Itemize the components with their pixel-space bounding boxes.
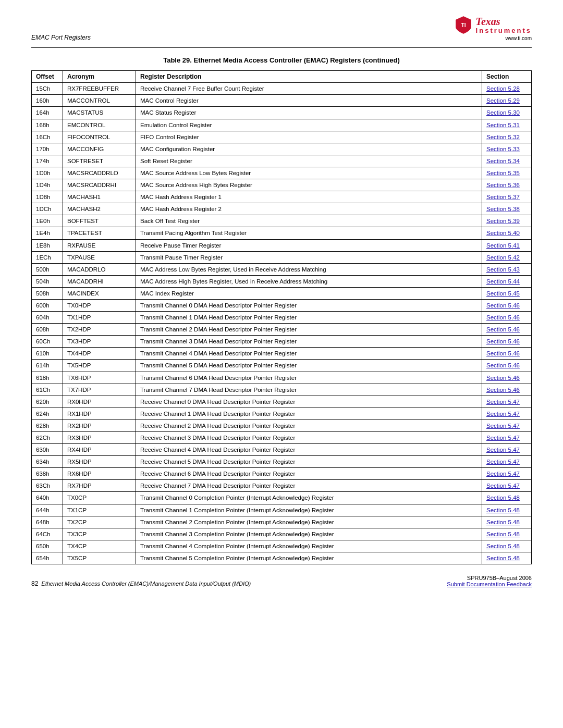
section-link[interactable]: Section 5.47 [486,423,520,429]
section-link[interactable]: Section 5.44 [486,278,520,285]
section-link[interactable]: Section 5.48 [486,495,520,501]
cell-section[interactable]: Section 5.41 [482,239,532,251]
cell-section[interactable]: Section 5.34 [482,155,532,167]
table-row: 168hEMCONTROLEmulation Control RegisterS… [32,119,532,131]
section-link[interactable]: Section 5.48 [486,519,520,525]
cell-section[interactable]: Section 5.46 [482,372,532,384]
cell-section[interactable]: Section 5.30 [482,107,532,119]
table-row: 62ChRX3HDPReceive Channel 3 DMA Head Des… [32,432,532,444]
section-link[interactable]: Section 5.47 [486,483,520,489]
cell-section[interactable]: Section 5.43 [482,263,532,275]
section-link[interactable]: Section 5.41 [486,242,520,249]
cell-description: Transmit Channel 1 DMA Head Descriptor P… [136,312,482,324]
cell-section[interactable]: Section 5.35 [482,167,532,179]
cell-offset: 170h [32,143,63,155]
cell-section[interactable]: Section 5.46 [482,324,532,336]
cell-section[interactable]: Section 5.32 [482,131,532,143]
section-link[interactable]: Section 5.36 [486,182,520,188]
cell-section[interactable]: Section 5.39 [482,215,532,227]
cell-section[interactable]: Section 5.47 [482,456,532,468]
section-link[interactable]: Section 5.37 [486,194,520,200]
section-link[interactable]: Section 5.39 [486,218,520,224]
cell-section[interactable]: Section 5.48 [482,492,532,504]
section-link[interactable]: Section 5.40 [486,230,520,236]
cell-offset: 1E4h [32,227,63,239]
cell-section[interactable]: Section 5.48 [482,528,532,540]
section-link[interactable]: Section 5.48 [486,543,520,549]
cell-section[interactable]: Section 5.47 [482,432,532,444]
section-link[interactable]: Section 5.35 [486,170,520,176]
cell-section[interactable]: Section 5.47 [482,468,532,480]
cell-description: MAC Hash Address Register 1 [136,191,482,203]
section-link[interactable]: Section 5.46 [486,314,520,320]
cell-section[interactable]: Section 5.48 [482,516,532,528]
cell-section[interactable]: Section 5.48 [482,504,532,516]
section-link[interactable]: Section 5.31 [486,122,520,128]
cell-section[interactable]: Section 5.46 [482,348,532,360]
section-link[interactable]: Section 5.48 [486,555,520,561]
cell-offset: 61Ch [32,384,63,396]
cell-section[interactable]: Section 5.31 [482,119,532,131]
cell-acronym: BOFFTEST [63,215,136,227]
cell-offset: 504h [32,275,63,287]
section-link[interactable]: Section 5.46 [486,350,520,356]
cell-section[interactable]: Section 5.28 [482,83,532,95]
cell-offset: 164h [32,107,63,119]
cell-section[interactable]: Section 5.46 [482,312,532,324]
section-link[interactable]: Section 5.46 [486,302,520,309]
section-link[interactable]: Section 5.47 [486,471,520,477]
cell-description: Receive Channel 7 Free Buffer Count Regi… [136,83,482,95]
section-link[interactable]: Section 5.45 [486,290,520,297]
section-link[interactable]: Section 5.29 [486,97,520,104]
section-link[interactable]: Section 5.30 [486,109,520,116]
section-link[interactable]: Section 5.46 [486,375,520,381]
cell-section[interactable]: Section 5.42 [482,251,532,263]
section-link[interactable]: Section 5.34 [486,158,520,164]
section-link[interactable]: Section 5.28 [486,85,520,92]
ti-brand-text: Texas Instruments [476,16,532,34]
cell-description: Receive Pause Timer Register [136,239,482,251]
cell-section[interactable]: Section 5.47 [482,408,532,419]
cell-offset: 174h [32,155,63,167]
feedback-link[interactable]: Submit Documentation Feedback [447,581,532,587]
cell-section[interactable]: Section 5.46 [482,299,532,311]
cell-section[interactable]: Section 5.45 [482,287,532,299]
table-row: 648hTX2CPTransmit Channel 2 Completion P… [32,516,532,528]
cell-section[interactable]: Section 5.47 [482,419,532,431]
section-link[interactable]: Section 5.47 [486,411,520,417]
section-link[interactable]: Section 5.46 [486,362,520,368]
section-link[interactable]: Section 5.33 [486,146,520,152]
cell-section[interactable]: Section 5.46 [482,360,532,372]
cell-section[interactable]: Section 5.33 [482,143,532,155]
table-row: 1E0hBOFFTESTBack Off Test RegisterSectio… [32,215,532,227]
section-link[interactable]: Section 5.46 [486,338,520,344]
cell-section[interactable]: Section 5.46 [482,336,532,348]
section-link[interactable]: Section 5.47 [486,447,520,453]
cell-section[interactable]: Section 5.38 [482,203,532,215]
section-link[interactable]: Section 5.32 [486,134,520,140]
section-link[interactable]: Section 5.42 [486,254,520,261]
section-link[interactable]: Section 5.46 [486,387,520,393]
cell-section[interactable]: Section 5.44 [482,275,532,287]
cell-offset: 608h [32,324,63,336]
section-link[interactable]: Section 5.47 [486,459,520,465]
cell-section[interactable]: Section 5.48 [482,540,532,552]
cell-section[interactable]: Section 5.47 [482,444,532,456]
section-link[interactable]: Section 5.43 [486,266,520,273]
cell-section[interactable]: Section 5.29 [482,95,532,107]
section-link[interactable]: Section 5.38 [486,206,520,212]
section-link[interactable]: Section 5.48 [486,531,520,537]
cell-section[interactable]: Section 5.47 [482,396,532,408]
cell-section[interactable]: Section 5.37 [482,191,532,203]
cell-section[interactable]: Section 5.47 [482,480,532,492]
cell-acronym: TX5HDP [63,360,136,372]
cell-section[interactable]: Section 5.36 [482,179,532,191]
table-row: 60ChTX3HDPTransmit Channel 3 DMA Head De… [32,336,532,348]
section-link[interactable]: Section 5.47 [486,399,520,405]
section-link[interactable]: Section 5.46 [486,326,520,332]
section-link[interactable]: Section 5.48 [486,507,520,513]
cell-section[interactable]: Section 5.48 [482,552,532,564]
cell-section[interactable]: Section 5.40 [482,227,532,239]
section-link[interactable]: Section 5.47 [486,435,520,441]
cell-section[interactable]: Section 5.46 [482,384,532,396]
